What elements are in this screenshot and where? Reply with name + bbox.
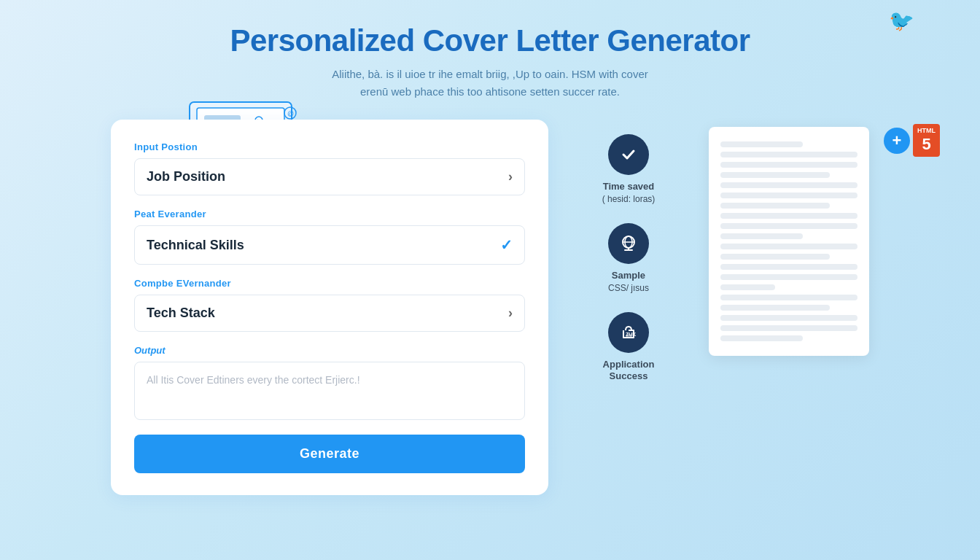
doc-line-19	[720, 325, 858, 331]
doc-line-14	[720, 274, 858, 280]
doc-line-10	[720, 233, 803, 239]
page-subtitle: Aliithe, bà. is il uioe tr ihe emalt bri…	[271, 66, 709, 101]
output-placeholder-text: All Itis Cover Edtiners every the cortec…	[147, 374, 360, 386]
doc-line-5	[720, 182, 858, 188]
doc-line-16	[720, 295, 858, 300]
time-saved-label: Time saved( hesid: loras)	[602, 181, 656, 206]
doc-line-2	[720, 152, 858, 158]
doc-line-13	[720, 264, 858, 270]
html-text: HTML	[917, 127, 936, 135]
job-position-field[interactable]: Job Position ›	[134, 158, 525, 195]
job-position-value: Job Position	[147, 169, 225, 184]
technical-skills-field[interactable]: Technical Skills ✓	[134, 225, 525, 265]
tech-stack-value: Tech Stack	[147, 306, 215, 321]
doc-line-12	[720, 254, 830, 260]
form-card: Input Postion Job Position › Peat Everan…	[111, 120, 548, 495]
doc-line-7	[720, 203, 830, 209]
page-header: Personalized Cover Letter Generator Alii…	[0, 0, 980, 112]
job-position-chevron: ›	[508, 169, 513, 184]
doc-line-9	[720, 223, 858, 229]
doc-line-6	[720, 192, 858, 198]
doc-line-3	[720, 162, 858, 168]
page-title: Personalized Cover Letter Generator	[15, 23, 965, 58]
stats-column: Time saved( hesid: loras) SampleCSS/ jıs…	[570, 120, 687, 383]
stat-sample-css: SampleCSS/ jısus	[608, 223, 649, 295]
doc-line-20	[720, 335, 803, 341]
output-label: Output	[134, 345, 525, 356]
doc-line-1	[720, 141, 803, 147]
stat-app-success: ZUK J6S ApplicationSuccess	[603, 312, 655, 384]
doc-line-15	[720, 284, 775, 290]
tech-stack-chevron: ›	[508, 306, 513, 321]
generate-button[interactable]: Generate	[134, 435, 525, 473]
doc-line-11	[720, 244, 858, 249]
doc-line-8	[720, 213, 858, 219]
doc-line-4	[720, 172, 830, 178]
doc-line-18	[720, 315, 858, 321]
document-preview	[709, 127, 869, 356]
peat-everander-label: Peat Everander	[134, 209, 525, 219]
tech-stack-field[interactable]: Tech Stack ›	[134, 295, 525, 332]
html5-icon: HTML 5	[913, 124, 940, 157]
main-layout: Input Postion Job Position › Peat Everan…	[0, 120, 980, 495]
sample-css-icon	[608, 223, 649, 264]
html5-number: 5	[922, 135, 930, 153]
app-success-icon: ZUK J6S	[608, 312, 649, 353]
bird-icon: 🐦	[889, 9, 914, 33]
output-area[interactable]: All Itis Cover Edtiners every the cortec…	[134, 362, 525, 420]
compbe-everrander-label: Compbe EVernander	[134, 278, 525, 289]
technical-skills-value: Technical Skills	[147, 238, 244, 253]
input-position-label: Input Postion	[134, 141, 525, 152]
app-success-label: ApplicationSuccess	[603, 359, 655, 384]
svg-text:@: @	[287, 110, 294, 117]
doc-line-17	[720, 305, 830, 311]
time-saved-icon	[608, 134, 649, 175]
html-badge: + HTML 5	[884, 124, 940, 157]
sample-css-label: SampleCSS/ jısus	[608, 270, 649, 295]
plus-icon: +	[884, 128, 910, 154]
technical-skills-check: ✓	[500, 236, 513, 254]
stat-time-saved: Time saved( hesid: loras)	[602, 134, 656, 206]
svg-text:J6S: J6S	[626, 333, 633, 338]
